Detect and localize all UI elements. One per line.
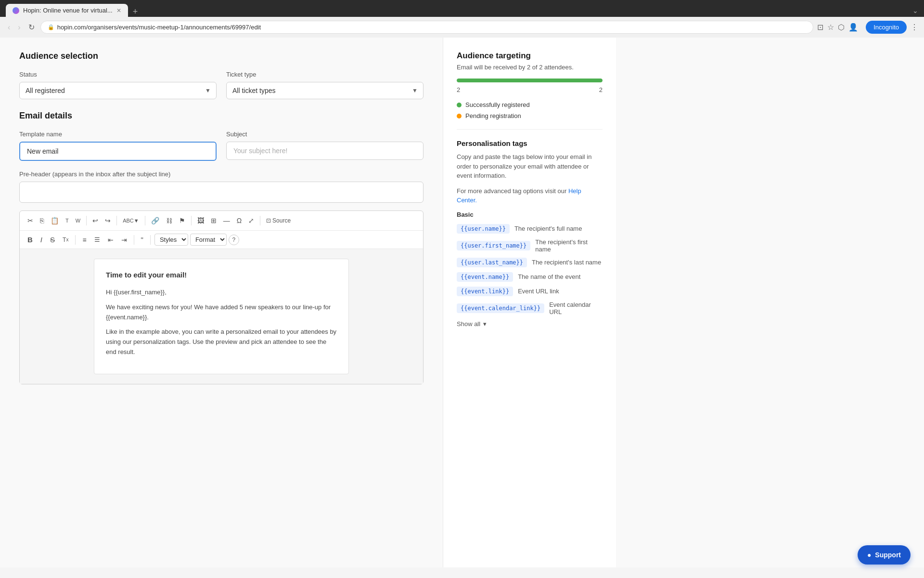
ordered-list-button[interactable]: ≡ bbox=[79, 234, 89, 246]
tag-user-last-name-desc: The recipient's last name bbox=[532, 259, 601, 266]
bold-button[interactable]: B bbox=[25, 234, 36, 246]
hr-button[interactable]: — bbox=[220, 215, 233, 226]
table-button[interactable]: ⊞ bbox=[208, 215, 219, 226]
cast-icon[interactable]: ⊡ bbox=[817, 23, 823, 32]
email-details-section: Email details Template name Subject Pre-… bbox=[19, 111, 424, 384]
template-name-label: Template name bbox=[19, 131, 217, 138]
source-button[interactable]: ⊡ Source bbox=[263, 215, 294, 226]
new-tab-button[interactable]: + bbox=[130, 7, 141, 17]
blockquote-button[interactable]: " bbox=[138, 234, 146, 246]
extensions-icon[interactable]: ⬡ bbox=[838, 23, 845, 32]
tab-title: Hopin: Online venue for virtual... bbox=[23, 7, 113, 14]
link-button[interactable]: 🔗 bbox=[148, 215, 162, 226]
legend-item-pending: Pending registration bbox=[457, 112, 603, 119]
special-char-button[interactable]: Ω bbox=[234, 215, 244, 226]
help-button[interactable]: ? bbox=[229, 235, 239, 245]
status-select[interactable]: All registered bbox=[19, 82, 217, 99]
tab-bar: Hopin: Online venue for virtual... ✕ + ⌄ bbox=[6, 4, 918, 17]
progress-count-left: 2 bbox=[457, 86, 460, 93]
rich-text-editor: ✂ ⎘ 📋 T W ↩ ↪ ABC▼ 🔗 ⛓ ⚑ 🖼 ⊞ bbox=[19, 210, 424, 384]
progress-numbers: 2 2 bbox=[457, 86, 603, 93]
toolbar-divider-3 bbox=[145, 216, 145, 225]
audience-targeting-title: Audience targeting bbox=[457, 51, 603, 61]
browser-toolbar: ‹ › ↻ 🔒 hopin.com/organisers/events/musi… bbox=[0, 17, 924, 38]
email-content-title: Time to edit your email! bbox=[106, 271, 337, 279]
email-body-text: Hi {{user.first_name}}, We have exciting… bbox=[106, 288, 337, 357]
tag-user-name[interactable]: {{user.name}} bbox=[457, 224, 510, 234]
back-button[interactable]: ‹ bbox=[6, 21, 12, 34]
strikethrough-button[interactable]: S bbox=[47, 234, 58, 246]
email-body-line3: Like in the example above, you can write… bbox=[106, 327, 337, 357]
toolbar-divider-7 bbox=[134, 235, 134, 245]
legend-registered-label: Successfully registered bbox=[465, 101, 530, 108]
undo-button[interactable]: ↩ bbox=[90, 215, 101, 226]
preheader-group: Pre-header (appears in the inbox after t… bbox=[19, 171, 424, 203]
spellcheck-button[interactable]: ABC▼ bbox=[120, 216, 142, 225]
template-name-input[interactable] bbox=[19, 142, 217, 161]
legend-pending-label: Pending registration bbox=[465, 112, 521, 119]
source-label: Source bbox=[272, 217, 291, 224]
unlink-button[interactable]: ⛓ bbox=[163, 215, 175, 226]
styles-select[interactable]: Styles bbox=[154, 234, 188, 246]
subject-input[interactable] bbox=[226, 142, 424, 160]
active-tab[interactable]: Hopin: Online venue for virtual... ✕ bbox=[6, 4, 128, 17]
cut-button[interactable]: ✂ bbox=[25, 215, 36, 226]
menu-icon[interactable]: ⋮ bbox=[911, 23, 918, 32]
anchor-button[interactable]: ⚑ bbox=[176, 215, 188, 226]
email-content-box: Time to edit your email! Hi {{user.first… bbox=[94, 259, 349, 374]
show-all-button[interactable]: Show all ▾ bbox=[457, 320, 487, 328]
support-icon: ● bbox=[867, 551, 871, 559]
profile-icon[interactable]: 👤 bbox=[848, 23, 858, 32]
tag-user-first-name-desc: The recipient's first name bbox=[535, 238, 603, 253]
preheader-input[interactable] bbox=[19, 182, 424, 203]
tag-row-event-name: {{event.name}} The name of the event bbox=[457, 272, 603, 282]
incognito-button[interactable]: Incognito bbox=[866, 21, 907, 34]
right-divider bbox=[457, 129, 603, 130]
address-bar[interactable]: 🔒 hopin.com/organisers/events/music-meet… bbox=[40, 21, 814, 34]
tag-user-name-desc: The recipient's full name bbox=[514, 225, 582, 232]
tag-event-link[interactable]: {{event.link}} bbox=[457, 287, 513, 296]
left-panel: Audience selection Status All registered… bbox=[0, 38, 443, 567]
tag-event-calendar-link[interactable]: {{event.calendar_link}} bbox=[457, 303, 544, 313]
template-name-group: Template name bbox=[19, 131, 217, 161]
format-select[interactable]: Format bbox=[190, 234, 227, 246]
tab-expand-icon[interactable]: ⌄ bbox=[912, 7, 918, 14]
subscript-button[interactable]: Tx bbox=[60, 235, 71, 245]
toolbar-divider-8 bbox=[150, 235, 151, 245]
reload-button[interactable]: ↻ bbox=[26, 21, 37, 34]
support-button[interactable]: ● Support bbox=[858, 545, 911, 565]
show-all-chevron-icon: ▾ bbox=[483, 320, 487, 328]
paste-word-button[interactable]: W bbox=[73, 216, 83, 225]
paste-button[interactable]: 📋 bbox=[48, 215, 62, 226]
image-button[interactable]: 🖼 bbox=[194, 215, 207, 226]
audience-targeting-subtitle: Email will be received by 2 of 2 attende… bbox=[457, 64, 603, 71]
tag-row-user-last-name: {{user.last_name}} The recipient's last … bbox=[457, 258, 603, 267]
bookmark-icon[interactable]: ☆ bbox=[827, 23, 834, 32]
forward-button[interactable]: › bbox=[16, 21, 22, 34]
maximize-button[interactable]: ⤢ bbox=[245, 215, 257, 226]
audience-section-title: Audience selection bbox=[19, 51, 424, 61]
indent-button[interactable]: ⇥ bbox=[118, 234, 130, 246]
redo-button[interactable]: ↪ bbox=[102, 215, 114, 226]
ticket-type-select[interactable]: All ticket types bbox=[226, 82, 424, 99]
editor-body[interactable]: Time to edit your email! Hi {{user.first… bbox=[20, 249, 423, 384]
main-content: Audience selection Status All registered… bbox=[0, 38, 924, 567]
ticket-select-wrapper: All ticket types ▼ bbox=[226, 82, 424, 99]
progress-count-right: 2 bbox=[599, 86, 603, 93]
basic-label: Basic bbox=[457, 211, 603, 218]
toolbar-divider-2 bbox=[116, 216, 117, 225]
editor-toolbar-bottom: B I S Tx ≡ ☰ ⇤ ⇥ " Styles Form bbox=[20, 231, 423, 249]
unordered-list-button[interactable]: ☰ bbox=[91, 234, 103, 245]
italic-button[interactable]: I bbox=[38, 234, 45, 246]
help-text: For more advanced tag options visit our … bbox=[457, 186, 603, 205]
tag-user-last-name[interactable]: {{user.last_name}} bbox=[457, 258, 527, 267]
email-details-title: Email details bbox=[19, 111, 424, 121]
audience-form-row: Status All registered ▼ Ticket type All … bbox=[19, 71, 424, 99]
tag-user-first-name[interactable]: {{user.first_name}} bbox=[457, 241, 530, 250]
tab-close-icon[interactable]: ✕ bbox=[116, 7, 121, 14]
copy-button[interactable]: ⎘ bbox=[37, 215, 47, 226]
outdent-button[interactable]: ⇤ bbox=[105, 234, 116, 246]
paste-text-button[interactable]: T bbox=[63, 216, 72, 225]
tag-event-name[interactable]: {{event.name}} bbox=[457, 272, 513, 282]
personalisation-section: Personalisation tags Copy and paste the … bbox=[457, 139, 603, 328]
